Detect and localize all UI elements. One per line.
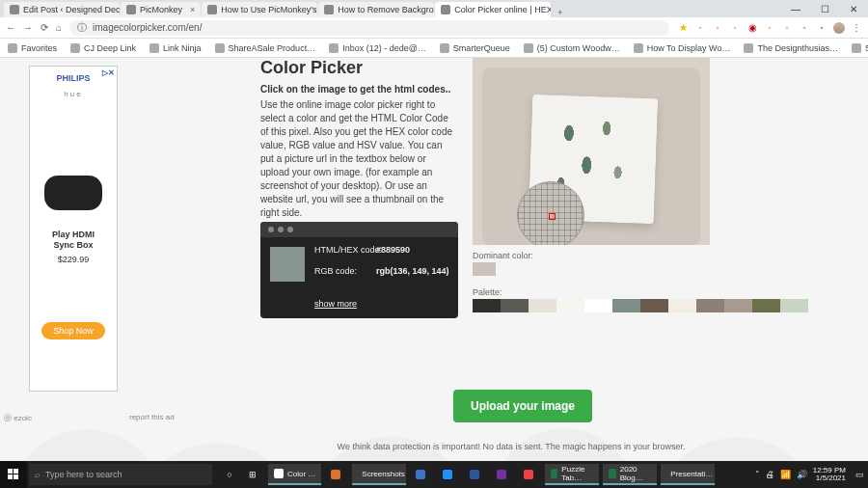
palette-swatch[interactable] bbox=[473, 299, 501, 312]
ext-icon[interactable]: ◦ bbox=[712, 22, 723, 34]
home-button[interactable]: ⌂ bbox=[56, 22, 62, 33]
taskbar-app[interactable] bbox=[518, 464, 541, 485]
extension-icons: ★ ◦ ◦ ◦ ◉ ◦ ◦ ◦ ◦ ⋮ bbox=[677, 22, 862, 34]
palette-swatch[interactable] bbox=[584, 299, 612, 312]
rgb-value[interactable]: rgb(136, 149, 144) bbox=[376, 266, 449, 278]
palette-swatch[interactable] bbox=[724, 299, 752, 312]
upload-image-button[interactable]: Upload your image bbox=[453, 390, 592, 422]
bookmark-label: Favorites bbox=[21, 43, 57, 53]
ext-icon[interactable]: ◦ bbox=[694, 22, 706, 34]
palette-swatch[interactable] bbox=[668, 299, 696, 312]
bookmark-item[interactable]: Inbox (12) - dede@… bbox=[329, 43, 426, 53]
bookmark-item[interactable]: CJ Deep Link bbox=[70, 43, 136, 53]
menu-button[interactable]: ⋮ bbox=[851, 22, 862, 34]
privacy-text: We think data protection is important! N… bbox=[260, 442, 762, 451]
site-info-icon[interactable]: ⓘ bbox=[77, 21, 87, 35]
ext-icon[interactable]: ◦ bbox=[781, 22, 793, 34]
reload-button[interactable]: ⟳ bbox=[41, 22, 48, 33]
bookmark-item[interactable]: Link Ninja bbox=[149, 43, 202, 53]
palette-swatch[interactable] bbox=[780, 299, 808, 312]
taskbar-app[interactable] bbox=[437, 464, 460, 485]
color-picker-image[interactable] bbox=[473, 58, 710, 245]
ext-icon[interactable]: ◦ bbox=[729, 22, 741, 34]
taskbar-app[interactable]: 2020 Blog… bbox=[603, 464, 657, 485]
bookmark-item[interactable]: (5) Custom Woodw… bbox=[524, 43, 620, 53]
bookmark-item[interactable]: Favorites bbox=[8, 43, 57, 53]
taskbar-app[interactable] bbox=[325, 464, 348, 485]
bookmark-item[interactable]: Society 6 Start to Fi… bbox=[852, 43, 868, 53]
close-window-button[interactable]: ✕ bbox=[839, 0, 868, 17]
wifi-icon[interactable]: 📶 bbox=[780, 470, 791, 479]
palette-swatch[interactable] bbox=[556, 299, 584, 312]
magnifier-icon[interactable] bbox=[517, 181, 584, 245]
tray-expand-icon[interactable]: ˄ bbox=[755, 470, 760, 479]
report-ad-link[interactable]: report this ad bbox=[129, 413, 175, 421]
browser-tab[interactable]: How to Use PicMonkey's Design…× bbox=[202, 2, 317, 17]
profile-avatar[interactable] bbox=[833, 22, 845, 34]
app-label: 2020 Blog… bbox=[620, 465, 652, 482]
url-text: imagecolorpicker.com/en/ bbox=[93, 22, 202, 33]
palette-swatch[interactable] bbox=[501, 299, 529, 312]
code-labels: HTML/HEX code: RGB code: bbox=[314, 245, 382, 277]
palette-swatch[interactable] bbox=[640, 299, 668, 312]
taskview-icon[interactable]: ⊞ bbox=[241, 461, 264, 488]
browser-tab[interactable]: Edit Post ‹ Designed Decor — W…× bbox=[4, 2, 120, 17]
taskbar-app[interactable]: Screenshots bbox=[352, 464, 406, 485]
address-bar[interactable]: ⓘ imagecolorpicker.com/en/ bbox=[69, 20, 669, 36]
hex-value[interactable]: #889590 bbox=[376, 245, 449, 257]
notifications-icon[interactable]: ▭ bbox=[855, 470, 864, 479]
forward-button[interactable]: → bbox=[23, 22, 33, 33]
new-tab-button[interactable]: + bbox=[552, 8, 568, 17]
bookmark-icon bbox=[215, 43, 225, 53]
star-icon[interactable]: ★ bbox=[677, 22, 689, 34]
taskbar-app[interactable]: Presentati… bbox=[661, 464, 715, 485]
taskbar-app[interactable] bbox=[410, 464, 433, 485]
app-label: Puzzle Tab… bbox=[561, 465, 593, 482]
browser-tab[interactable]: PicMonkey× bbox=[121, 2, 201, 17]
app-label: Screenshots bbox=[362, 470, 404, 478]
ad-brand-text: PHILIPS bbox=[56, 73, 90, 83]
bookmark-icon bbox=[744, 43, 753, 53]
ext-icon[interactable]: ◉ bbox=[746, 22, 758, 34]
show-more-link[interactable]: show more bbox=[314, 299, 357, 309]
ad-close-icon[interactable]: ▷✕ bbox=[102, 68, 115, 77]
maximize-button[interactable]: ☐ bbox=[810, 0, 839, 17]
tray-icon[interactable]: 🖨 bbox=[766, 470, 774, 479]
cortana-icon[interactable]: ○ bbox=[218, 461, 241, 488]
bookmark-icon bbox=[440, 43, 449, 53]
bookmark-item[interactable]: The Designthusias… bbox=[744, 43, 838, 53]
dominant-color-swatch[interactable] bbox=[473, 262, 496, 276]
ext-icon[interactable]: ◦ bbox=[764, 22, 775, 34]
browser-tab[interactable]: How to Remove Backgrounds fr…× bbox=[318, 2, 434, 17]
palette-swatch[interactable] bbox=[612, 299, 640, 312]
taskbar-app[interactable]: Puzzle Tab… bbox=[545, 464, 599, 485]
bookmark-item[interactable]: ShareASale Product… bbox=[215, 43, 316, 53]
taskbar-app[interactable]: Color … bbox=[268, 464, 321, 485]
taskbar-apps: Color …ScreenshotsPuzzle Tab…2020 Blog…P… bbox=[268, 464, 717, 485]
palette-swatch[interactable] bbox=[752, 299, 780, 312]
ext-icon[interactable]: ◦ bbox=[816, 22, 827, 34]
bookmark-icon bbox=[329, 43, 339, 53]
taskbar-app[interactable] bbox=[491, 464, 514, 485]
browser-tab-active[interactable]: Color Picker online | HEX Col…× bbox=[435, 2, 551, 17]
sidebar-ad[interactable]: PHILIPS ▷✕ hue Play HDMISync Box $229.99… bbox=[29, 66, 118, 392]
start-button[interactable] bbox=[0, 461, 27, 488]
ezoic-badge[interactable]: ⓔ ezoic bbox=[4, 413, 32, 423]
ad-shop-button[interactable]: Shop Now bbox=[41, 322, 105, 339]
tab-title: How to Use PicMonkey's Design… bbox=[221, 5, 317, 14]
bookmark-label: ShareASale Product… bbox=[229, 43, 316, 53]
bookmark-label: Inbox (12) - dede@… bbox=[342, 43, 426, 53]
bookmark-item[interactable]: How To Display Wo… bbox=[634, 43, 731, 53]
windows-icon bbox=[8, 469, 19, 480]
ext-icon[interactable]: ◦ bbox=[799, 22, 810, 34]
palette-swatch[interactable] bbox=[696, 299, 724, 312]
back-button[interactable]: ← bbox=[6, 22, 15, 33]
close-icon[interactable]: × bbox=[190, 5, 195, 14]
volume-icon[interactable]: 🔊 bbox=[797, 470, 807, 479]
bookmark-item[interactable]: SmarterQueue bbox=[440, 43, 510, 53]
taskbar-clock[interactable]: 12:59 PM 1/5/2021 bbox=[813, 467, 850, 482]
taskbar-search[interactable]: ⌕ Type here to search bbox=[29, 464, 212, 485]
taskbar-app[interactable] bbox=[464, 464, 487, 485]
minimize-button[interactable]: — bbox=[781, 0, 810, 17]
palette-swatch[interactable] bbox=[529, 299, 556, 312]
